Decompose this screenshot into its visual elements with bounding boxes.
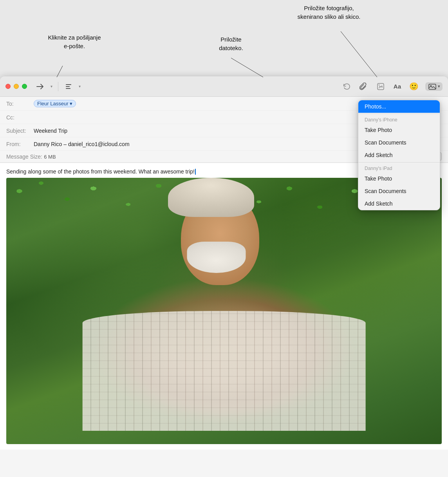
- menu-item-scan-docs-iphone[interactable]: Scan Documents: [358, 136, 440, 149]
- svg-line-1: [231, 58, 263, 77]
- insert-photo-button[interactable]: ▾: [425, 82, 443, 91]
- send-chevron-icon: ▾: [51, 84, 52, 89]
- format-dropdown[interactable]: ▾: [77, 83, 82, 90]
- recipient-name: Fleur Lasseur ▾: [37, 101, 72, 107]
- mail-window: ▾ ▾: [0, 76, 448, 477]
- toolbar-right: Aa 🙂 ▾: [340, 81, 443, 92]
- from-label: From:: [6, 141, 34, 147]
- markup-button[interactable]: [375, 81, 387, 92]
- subject-label: Subject:: [6, 128, 34, 134]
- traffic-lights: [5, 84, 27, 89]
- svg-rect-6: [378, 83, 384, 90]
- menu-section-iphone: Danny's iPhone: [358, 115, 440, 124]
- svg-point-7: [379, 84, 379, 85]
- svg-rect-8: [429, 84, 436, 89]
- font-button[interactable]: Aa: [392, 81, 403, 92]
- recipient-tag[interactable]: Fleur Lasseur ▾: [34, 100, 76, 107]
- msg-size: Message Size: 6 MB: [6, 153, 56, 160]
- text-cursor: [195, 169, 196, 175]
- from-value: Danny Rico – daniel_rico1@icloud.com: [34, 141, 130, 147]
- svg-rect-3: [66, 84, 71, 85]
- photo-background: [6, 178, 442, 444]
- embedded-photo: [6, 178, 442, 444]
- toolbar-left: ▾ ▾: [33, 81, 82, 92]
- svg-line-0: [57, 66, 63, 77]
- maximize-button[interactable]: [22, 84, 27, 89]
- svg-rect-4: [66, 86, 70, 87]
- cc-label: Cc:: [6, 114, 34, 121]
- minimize-button[interactable]: [14, 84, 19, 89]
- format-button[interactable]: [62, 81, 75, 92]
- msg-size-value: 6 MB: [44, 154, 56, 160]
- subject-value[interactable]: Weekend Trip: [34, 128, 67, 134]
- to-label: To:: [6, 101, 34, 107]
- photo-annotation: Priložite fotografijo, skenirano sliko a…: [278, 4, 380, 21]
- send-annotation: Kliknite za pošiljanje e-pošte.: [35, 33, 114, 51]
- menu-section-ipad: Danny's iPad: [358, 163, 440, 172]
- send-dropdown[interactable]: ▾: [49, 83, 54, 90]
- svg-rect-5: [66, 88, 70, 89]
- menu-divider-1: [358, 114, 440, 114]
- format-chevron-icon: ▾: [79, 84, 81, 89]
- menu-item-add-sketch-ipad[interactable]: Add Sketch: [358, 197, 440, 210]
- menu-item-take-photo-iphone[interactable]: Take Photo: [358, 124, 440, 136]
- svg-line-2: [341, 31, 377, 77]
- menu-divider-2: [358, 162, 440, 163]
- menu-item-take-photo-ipad[interactable]: Take Photo: [358, 172, 440, 185]
- photo-chevron-icon: ▾: [438, 84, 440, 89]
- emoji-button[interactable]: 🙂: [408, 81, 420, 92]
- insert-photo-dropdown: Photos... Danny's iPhone Take Photo Scan…: [358, 100, 440, 210]
- titlebar: ▾ ▾: [0, 76, 448, 97]
- send-button[interactable]: [33, 81, 47, 92]
- attach-annotation: Priložite datoteko.: [200, 35, 262, 52]
- menu-item-photos[interactable]: Photos...: [358, 100, 440, 113]
- menu-item-scan-docs-ipad[interactable]: Scan Documents: [358, 185, 440, 197]
- menu-item-add-sketch-iphone[interactable]: Add Sketch: [358, 149, 440, 161]
- attach-button[interactable]: [358, 81, 369, 92]
- undo-button[interactable]: [340, 81, 352, 92]
- msg-size-label: Message Size:: [6, 154, 42, 160]
- close-button[interactable]: [5, 84, 11, 89]
